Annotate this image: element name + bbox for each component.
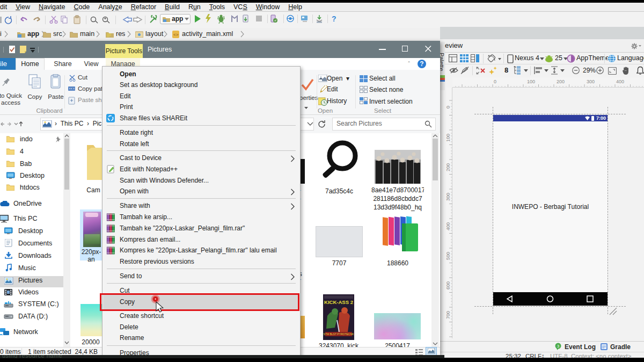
svg-text:STM BLST PYROTECNK: STM BLST PYROTECNK [324, 332, 354, 336]
svg-text:200: 200 [557, 79, 565, 84]
svg-text:200: 200 [446, 163, 451, 171]
svg-text:300: 300 [446, 193, 451, 201]
svg-text:500: 500 [446, 252, 451, 260]
svg-text:400: 400 [616, 79, 624, 84]
svg-text:700: 700 [446, 311, 451, 319]
svg-text:400: 400 [446, 222, 451, 230]
svg-text:3: 3 [557, 344, 560, 349]
svg-text:KICK-ASS 2: KICK-ASS 2 [324, 299, 353, 305]
svg-text:0: 0 [494, 79, 496, 84]
svg-text:<>: <> [173, 32, 179, 37]
svg-text:?: ? [332, 15, 336, 23]
svg-text:0: 0 [446, 106, 451, 108]
svg-text:600: 600 [446, 281, 451, 289]
svg-text:300: 300 [587, 79, 595, 84]
svg-text:100: 100 [446, 134, 451, 142]
svg-text:100: 100 [527, 79, 535, 84]
